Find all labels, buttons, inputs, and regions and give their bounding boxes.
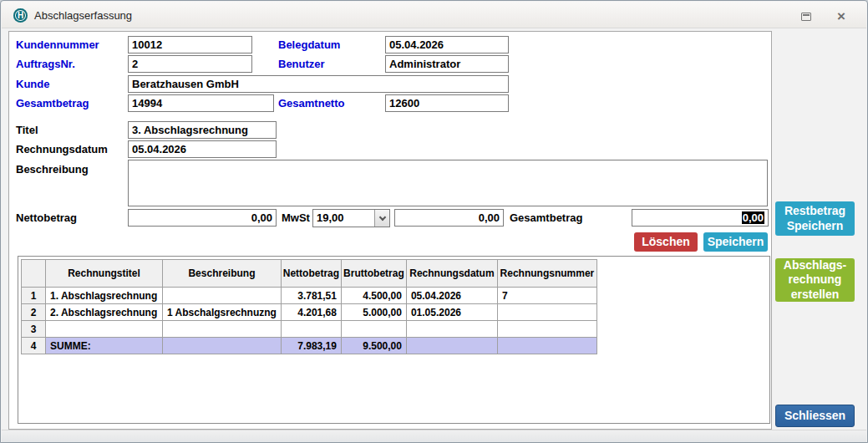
col-beschreibung: Beschreibung: [163, 260, 282, 288]
col-rechnungstitel: Rechnungstitel: [46, 260, 163, 288]
selected-value: 0,00: [742, 211, 764, 224]
benutzer-input[interactable]: [385, 55, 509, 73]
mwst-label: MwSt: [282, 211, 310, 224]
col-rechnungsnummer: Rechnungsnummer: [497, 260, 596, 288]
title-bar[interactable]: H Abschlagserfassung ×: [2, 2, 866, 28]
col-nettobetrag: Nettobetrag: [281, 260, 341, 288]
table-row: 1 1. Abschlagsrechnung 3.781,51 4.500,00…: [22, 288, 597, 304]
restore-button[interactable]: [796, 9, 816, 23]
gesamtnetto-label: Gesamtnetto: [278, 97, 344, 109]
nettobetrag-label: Nettobetrag: [16, 211, 77, 224]
app-window: H Abschlagserfassung × Kundennummer Bele…: [0, 0, 868, 443]
loeschen-button[interactable]: Löschen: [634, 232, 698, 252]
close-button[interactable]: ×: [831, 9, 851, 23]
mwst-betrag-input[interactable]: [394, 209, 504, 227]
restore-icon: [801, 13, 811, 21]
rechnungsdatum-label: Rechnungsdatum: [16, 143, 108, 155]
beschreibung-label: Beschreibung: [16, 163, 89, 176]
kunde-label: Kunde: [16, 78, 49, 90]
mwst-select[interactable]: 19,00: [312, 209, 390, 227]
close-icon: ×: [837, 9, 845, 23]
kundennummer-input[interactable]: [128, 36, 252, 53]
gesamtbetrag-summe-label: Gesamtbetrag: [510, 211, 582, 224]
col-rechnungsdatum: Rechnungsdatum: [406, 260, 497, 288]
col-bruttobetrag: Bruttobetrag: [341, 260, 406, 288]
window-bottom-strip: [2, 430, 866, 442]
gesamtnetto-input[interactable]: [385, 94, 509, 112]
gesamtbetrag-label: Gesamtbetrag: [16, 97, 89, 109]
table-header-row: Rechnungstitel Beschreibung Nettobetrag …: [22, 260, 597, 288]
nettobetrag-input[interactable]: [128, 209, 277, 227]
benutzer-label: Benutzer: [278, 58, 325, 70]
titel-label: Titel: [16, 124, 38, 136]
table-row: 3: [22, 321, 597, 338]
kunde-input[interactable]: [128, 75, 509, 93]
gesamtbetrag-summe-input[interactable]: 0,00: [632, 209, 769, 227]
kundennummer-label: Kundennummer: [16, 38, 99, 51]
rechnungsdatum-input[interactable]: [128, 140, 277, 158]
auftragsnr-input[interactable]: [128, 55, 252, 73]
belegdatum-input[interactable]: [385, 36, 509, 53]
belegdatum-label: Belegdatum: [278, 38, 340, 51]
mwst-selected-value: 19,00: [313, 210, 374, 227]
auftragsnr-label: AuftragsNr.: [16, 58, 75, 70]
titel-input[interactable]: [128, 121, 277, 139]
table-row: 2 2. Abschlagsrechnung 1 Abschalgsrechnu…: [22, 304, 597, 321]
invoice-table-panel: Rechnungstitel Beschreibung Nettobetrag …: [18, 256, 770, 424]
speichern-button[interactable]: Speichern: [703, 232, 768, 252]
beschreibung-textarea[interactable]: [128, 160, 768, 206]
invoice-table: Rechnungstitel Beschreibung Nettobetrag …: [21, 259, 597, 354]
abschlagsrechnung-erstellen-button[interactable]: Abschlags- rechnung erstellen: [775, 258, 855, 302]
table-row-summe: 4 SUMME: 7.983,19 9.500,00: [22, 338, 597, 354]
window-title: Abschlagserfassung: [34, 9, 132, 22]
chevron-down-icon[interactable]: [374, 210, 389, 227]
schliessen-button[interactable]: Schliessen: [775, 405, 855, 427]
gesamtbetrag-input[interactable]: [128, 94, 274, 112]
col-rownum: [22, 260, 46, 288]
app-icon: H: [13, 8, 28, 23]
restbetrag-speichern-button[interactable]: Restbetrag Speichern: [775, 201, 855, 236]
